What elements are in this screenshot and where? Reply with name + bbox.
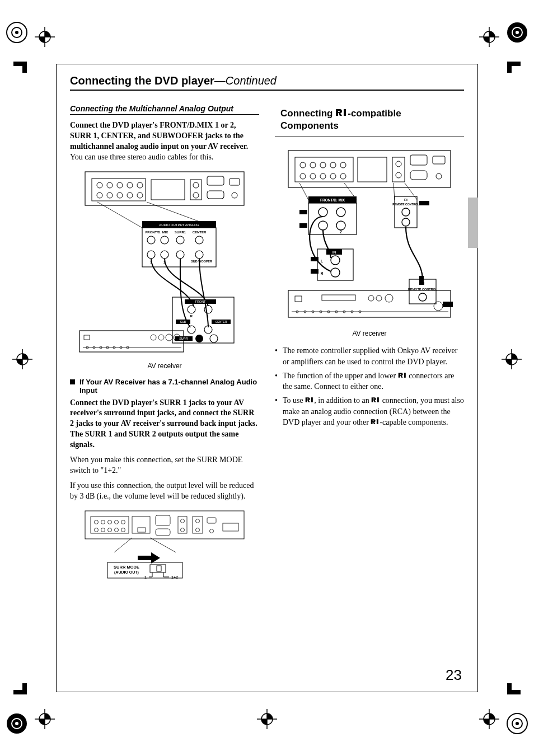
svg-rect-57 xyxy=(207,176,224,185)
svg-point-142 xyxy=(320,173,326,179)
svg-rect-73 xyxy=(79,331,184,352)
svg-point-105 xyxy=(95,528,99,532)
svg-rect-181 xyxy=(295,296,302,302)
label-surr1: SURR1 xyxy=(175,231,186,234)
svg-point-11 xyxy=(516,722,519,725)
paragraph: Connect the DVD player's FRONT/D.MIX 1 o… xyxy=(70,120,259,163)
subsection-heading-text: Connecting the Multichannel Analog Outpu… xyxy=(70,104,259,113)
svg-point-148 xyxy=(396,172,401,178)
svg-rect-120 xyxy=(207,518,216,523)
svg-rect-110 xyxy=(132,516,150,533)
crop-mark-icon xyxy=(502,54,522,74)
svg-rect-53 xyxy=(151,180,185,200)
svg-point-165 xyxy=(402,208,410,216)
ri-logo-icon xyxy=(305,397,314,403)
label-audio-output-analog: AUDIO OUTPUT ANALOG xyxy=(159,223,199,227)
svg-point-75 xyxy=(151,335,156,340)
svg-rect-182 xyxy=(322,295,355,300)
label-surr: SURR xyxy=(179,337,188,340)
list-item-text-pre: To use xyxy=(283,396,305,405)
svg-rect-99 xyxy=(91,516,129,533)
crosshair-icon xyxy=(12,349,32,369)
svg-rect-58 xyxy=(207,191,224,199)
crosshair-icon xyxy=(502,349,522,369)
list-item-text-mid1: , in addition to an xyxy=(314,396,371,405)
svg-point-160 xyxy=(336,208,345,217)
crosshair-icon xyxy=(479,709,499,729)
svg-point-135 xyxy=(300,162,306,168)
svg-point-97 xyxy=(210,335,218,342)
svg-point-100 xyxy=(95,520,99,524)
svg-rect-42 xyxy=(92,179,146,201)
svg-point-96 xyxy=(195,335,203,342)
label-front-dmix: FRONT/D. MIX xyxy=(146,231,168,234)
svg-point-106 xyxy=(101,528,105,532)
page: Connecting the DVD player—Continued Conn… xyxy=(0,0,534,756)
list-item-text-post: -capable components. xyxy=(380,418,448,426)
label-sub-woofer: SUB WOOFER xyxy=(191,260,212,263)
svg-rect-151 xyxy=(433,156,445,164)
label-switch-one-plus-two: 1+2 xyxy=(171,575,178,579)
label-front-dmix: FRONT/D. MIX xyxy=(320,198,345,202)
svg-point-161 xyxy=(318,221,327,230)
svg-point-184 xyxy=(376,295,382,301)
svg-rect-34 xyxy=(22,66,27,73)
boxed-section-heading: Connecting -compatible Components xyxy=(275,104,464,137)
svg-rect-134 xyxy=(295,157,353,182)
svg-point-50 xyxy=(117,192,123,198)
label-l: L xyxy=(207,314,209,318)
figure-caption: AV receiver xyxy=(275,330,464,337)
svg-text:RI: RI xyxy=(404,198,407,201)
crop-mark-icon xyxy=(502,682,522,702)
svg-point-49 xyxy=(107,192,113,198)
paragraph: If you use this connection, the output l… xyxy=(70,481,259,502)
svg-point-55 xyxy=(193,182,199,188)
two-column-layout: Connecting the Multichannel Analog Outpu… xyxy=(70,104,464,584)
svg-point-179 xyxy=(419,293,427,301)
svg-rect-74 xyxy=(84,335,90,340)
svg-point-143 xyxy=(330,173,336,179)
svg-rect-150 xyxy=(410,171,427,180)
svg-point-93 xyxy=(188,326,195,334)
svg-point-103 xyxy=(115,520,119,524)
svg-rect-145 xyxy=(358,157,387,182)
ri-connection-diagram: FRONT/D. MIX 1 2 RI REMOTE CONTROL xyxy=(283,147,456,326)
label-center: CENTER xyxy=(193,231,207,234)
svg-point-8 xyxy=(15,722,18,725)
svg-point-116 xyxy=(181,528,185,532)
paragraph: When you make this connection, set the S… xyxy=(70,455,259,476)
svg-point-77 xyxy=(166,334,172,341)
ri-logo-icon xyxy=(398,372,407,378)
svg-rect-171 xyxy=(419,201,429,205)
svg-rect-59 xyxy=(229,179,240,185)
list-item-text-pre: The function of the upper and lower xyxy=(283,372,398,380)
svg-rect-197 xyxy=(443,302,453,307)
ri-logo-icon xyxy=(371,397,380,403)
svg-point-52 xyxy=(137,192,143,198)
label-audio-out: (AUDIO OUT) xyxy=(114,570,139,575)
svg-point-140 xyxy=(300,173,306,179)
left-column: Connecting the Multichannel Analog Outpu… xyxy=(70,104,259,584)
svg-point-65 xyxy=(147,236,155,244)
label-sub: SUB xyxy=(180,320,186,323)
label-remote-control: REMOTE CONTROL xyxy=(392,203,419,206)
svg-point-104 xyxy=(121,520,125,524)
svg-point-45 xyxy=(117,182,123,188)
paragraph-bold: Connect the DVD player's SURR 1 jacks to… xyxy=(70,398,257,449)
svg-point-68 xyxy=(195,236,203,244)
svg-line-123 xyxy=(114,538,132,552)
registration-circle-icon xyxy=(4,20,29,45)
crop-mark-icon xyxy=(12,54,32,74)
label-center2: CENTER xyxy=(216,320,227,323)
svg-point-89 xyxy=(188,306,195,313)
svg-point-175 xyxy=(331,256,340,265)
boxed-heading-pre: Connecting xyxy=(280,108,335,119)
svg-rect-199 xyxy=(311,398,313,403)
svg-point-119 xyxy=(196,528,200,532)
svg-rect-127 xyxy=(157,566,161,571)
square-bullet-heading-text: If Your AV Receiver has a 7.1-channel An… xyxy=(79,378,259,395)
svg-point-138 xyxy=(330,162,336,168)
multichannel-connection-diagram: AUDIO OUTPUT ANALOG FRONT/D. MIX SURR1 C… xyxy=(75,168,254,359)
svg-rect-39 xyxy=(507,690,521,694)
svg-rect-37 xyxy=(13,690,27,694)
